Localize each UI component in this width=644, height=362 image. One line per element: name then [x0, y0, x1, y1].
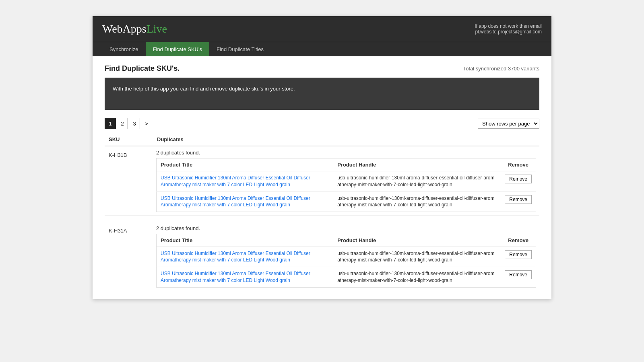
remove-cell: Remove	[501, 267, 536, 288]
support-info: If app does not work then email pl.websi…	[475, 23, 542, 35]
inner-col-remove: Remove	[501, 234, 536, 247]
duplicates-cell: 2 duplicates found.Product TitleProduct …	[153, 146, 539, 216]
remove-cell: Remove	[501, 247, 536, 267]
support-line2: pl.website.projects@gmail.com	[475, 29, 542, 35]
remove-button[interactable]: Remove	[505, 250, 532, 259]
product-title-cell: USB Ultrasonic Humidifier 130ml Aroma Di…	[157, 191, 334, 212]
inner-col-product-handle: Product Handle	[333, 158, 501, 171]
col-sku: SKU	[105, 133, 153, 146]
remove-button[interactable]: Remove	[505, 175, 532, 183]
nav-find-duplicate-titles[interactable]: Find Duplicate Titles	[209, 42, 271, 56]
description-text: With the help of this app you can find a…	[113, 86, 295, 92]
sync-info: Total synchronized 3700 variants	[463, 66, 539, 72]
table-row: K-H31B2 duplicates found.Product TitlePr…	[105, 146, 539, 216]
product-handle-cell: usb-ultrasonic-humidifier-130ml-aroma-di…	[333, 191, 501, 212]
table-row: K-H31A2 duplicates found.Product TitlePr…	[105, 222, 539, 291]
product-title-cell: USB Ultrasonic Humidifier 130ml Aroma Di…	[157, 267, 334, 288]
page-btn-3[interactable]: 3	[129, 118, 140, 129]
product-handle-text: usb-ultrasonic-humidifier-130ml-aroma-di…	[337, 195, 494, 208]
remove-button[interactable]: Remove	[505, 270, 532, 279]
description-box: With the help of this app you can find a…	[105, 78, 539, 110]
inner-col-remove: Remove	[501, 158, 536, 171]
remove-cell: Remove	[501, 191, 536, 212]
inner-table-row: USB Ultrasonic Humidifier 130ml Aroma Di…	[157, 171, 536, 192]
inner-table: Product TitleProduct HandleRemoveUSB Ult…	[156, 234, 536, 288]
main-content: Find Duplicate SKU's. Total synchronized…	[93, 56, 551, 299]
rows-per-page-wrapper: Show rows per page 10 25 50	[478, 119, 539, 129]
product-title-link[interactable]: USB Ultrasonic Humidifier 130ml Aroma Di…	[161, 271, 310, 283]
product-handle-text: usb-ultrasonic-humidifier-130ml-aroma-di…	[337, 175, 494, 187]
nav-synchronize[interactable]: Synchronize	[102, 42, 146, 56]
nav-find-duplicate-skus[interactable]: Find Duplicate SKU's	[146, 42, 209, 56]
logo-accent: Live	[147, 23, 167, 35]
dup-count: 2 duplicates found.	[156, 150, 536, 156]
product-handle-cell: usb-ultrasonic-humidifier-130ml-aroma-di…	[333, 267, 501, 288]
inner-col-product-title: Product Title	[157, 158, 334, 171]
product-handle-text: usb-ultrasonic-humidifier-130ml-aroma-di…	[337, 251, 494, 263]
page-title: Find Duplicate SKU's.	[105, 64, 180, 73]
rows-per-page-select[interactable]: Show rows per page 10 25 50	[478, 119, 539, 129]
remove-button[interactable]: Remove	[505, 195, 532, 204]
sku-cell: K-H31B	[105, 146, 153, 216]
product-title-cell: USB Ultrasonic Humidifier 130ml Aroma Di…	[157, 247, 334, 267]
duplicates-cell: 2 duplicates found.Product TitleProduct …	[153, 222, 539, 291]
page-btn-1[interactable]: 1	[105, 118, 116, 129]
app-header: WebAppsLive If app does not work then em…	[93, 16, 551, 42]
inner-col-product-title: Product Title	[157, 234, 334, 247]
inner-table-row: USB Ultrasonic Humidifier 130ml Aroma Di…	[157, 267, 536, 288]
inner-table-row: USB Ultrasonic Humidifier 130ml Aroma Di…	[157, 191, 536, 212]
product-handle-text: usb-ultrasonic-humidifier-130ml-aroma-di…	[337, 271, 494, 283]
main-table: SKU Duplicates K-H31B2 duplicates found.…	[105, 133, 539, 291]
product-handle-cell: usb-ultrasonic-humidifier-130ml-aroma-di…	[333, 247, 501, 267]
dup-count: 2 duplicates found.	[156, 225, 536, 231]
product-title-link[interactable]: USB Ultrasonic Humidifier 130ml Aroma Di…	[161, 251, 310, 263]
support-line1: If app does not work then email	[475, 23, 542, 29]
page-btn-2[interactable]: 2	[117, 118, 128, 129]
inner-table-row: USB Ultrasonic Humidifier 130ml Aroma Di…	[157, 247, 536, 267]
app-logo: WebAppsLive	[102, 23, 167, 35]
col-duplicates: Duplicates	[153, 133, 539, 146]
page-header: Find Duplicate SKU's. Total synchronized…	[105, 64, 539, 73]
sku-cell: K-H31A	[105, 222, 153, 291]
product-title-link[interactable]: USB Ultrasonic Humidifier 130ml Aroma Di…	[161, 175, 310, 187]
product-title-cell: USB Ultrasonic Humidifier 130ml Aroma Di…	[157, 171, 334, 192]
product-handle-cell: usb-ultrasonic-humidifier-130ml-aroma-di…	[333, 171, 501, 192]
inner-table: Product TitleProduct HandleRemoveUSB Ult…	[156, 158, 536, 212]
pagination-row: 1 2 3 > Show rows per page 10 25 50	[105, 118, 539, 129]
remove-cell: Remove	[501, 171, 536, 192]
product-title-link[interactable]: USB Ultrasonic Humidifier 130ml Aroma Di…	[161, 195, 310, 208]
main-nav: Synchronize Find Duplicate SKU's Find Du…	[93, 42, 551, 56]
page-btn-next[interactable]: >	[141, 118, 152, 129]
pagination: 1 2 3 >	[105, 118, 153, 129]
inner-col-product-handle: Product Handle	[333, 234, 501, 247]
